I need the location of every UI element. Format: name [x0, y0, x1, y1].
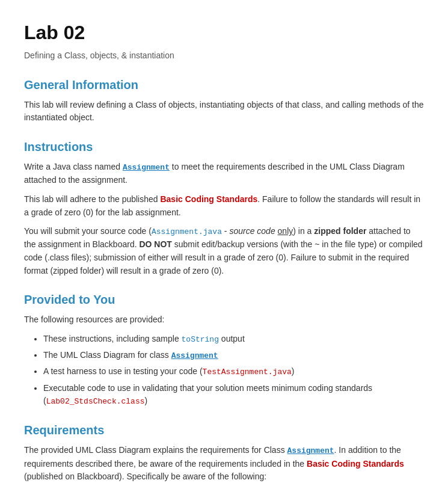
instructions-section: Instructions Write a Java class named As…	[24, 138, 424, 277]
provided-item1-post: output	[219, 334, 245, 343]
source-code-italic: source code	[229, 226, 275, 236]
requirements-section: Requirements The provided UML Class Diag…	[24, 421, 424, 489]
instructions-paragraph3: You will submit your source code (Assign…	[24, 225, 424, 277]
testassignment-code: TestAssignment.java	[203, 368, 292, 377]
only-underline: only	[278, 226, 293, 236]
req-p1-post: (published on Blackboard). Specifically …	[24, 472, 266, 481]
stdscheck-code: Lab02_StdsCheck.class	[46, 397, 145, 406]
do-not-bold: DO NOT	[139, 239, 171, 249]
requirements-heading: Requirements	[24, 421, 424, 439]
assignment-link-1[interactable]: Assignment	[123, 163, 170, 172]
zipped-folder-bold: zipped folder	[314, 226, 366, 236]
tostring-code: toString	[182, 335, 219, 344]
list-item: These instructions, including sample toS…	[43, 333, 424, 346]
list-item: The UML Class Diagram for class Assignme…	[43, 349, 424, 362]
provided-item3-pre: A test harness to use in testing your co…	[43, 366, 203, 376]
assignment-link-2[interactable]: Assignment	[171, 351, 218, 360]
provided-heading: Provided to You	[24, 291, 424, 309]
instructions-heading: Instructions	[24, 138, 424, 156]
provided-intro: The following resources are provided:	[24, 313, 424, 327]
provided-item1-pre: These instructions, including sample	[43, 334, 182, 343]
req-p1-pre: The provided UML Class Diagram explains …	[24, 445, 287, 455]
provided-item4-post: )	[145, 396, 148, 405]
instructions-p1-pre: Write a Java class named	[24, 162, 123, 171]
provided-item2-pre: The UML Class Diagram for class	[43, 350, 171, 360]
assignment-link-3[interactable]: Assignment	[287, 446, 334, 455]
requirements-paragraph1: The provided UML Class Diagram explains …	[24, 444, 424, 484]
provided-item3-post: )	[292, 366, 295, 376]
assignment-java-code: Assignment.java	[152, 227, 222, 236]
general-information-heading: General Information	[24, 76, 424, 94]
general-information-body: This lab will review defining a Class of…	[24, 99, 424, 125]
page-subtitle: Defining a Class, objects, & instantiati…	[24, 49, 424, 63]
list-item: Executable code to use in validating tha…	[43, 382, 424, 408]
provided-list: These instructions, including sample toS…	[43, 333, 424, 408]
instructions-p2-pre: This lab will adhere to the published	[24, 194, 160, 204]
provided-section: Provided to You The following resources …	[24, 291, 424, 408]
instructions-paragraph1: Write a Java class named Assignment to m…	[24, 161, 424, 187]
instructions-p3-pre: You will submit your source code (	[24, 226, 152, 236]
basic-coding-standards-link-1[interactable]: Basic Coding Standards	[160, 194, 257, 204]
page-title: Lab 02	[24, 18, 424, 47]
basic-coding-standards-link-2[interactable]: Basic Coding Standards	[307, 459, 404, 469]
general-information-section: General Information This lab will review…	[24, 76, 424, 125]
list-item: A test harness to use in testing your co…	[43, 365, 424, 378]
instructions-paragraph2: This lab will adhere to the published Ba…	[24, 193, 424, 219]
